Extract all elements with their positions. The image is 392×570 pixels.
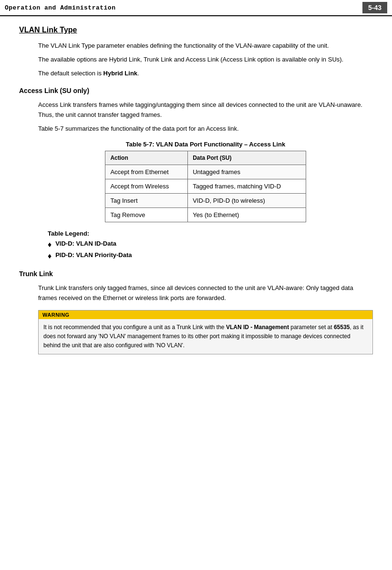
warning-body: It is not recommended that you configure… xyxy=(39,319,372,354)
access-para1: Access Link transfers frames while taggi… xyxy=(38,100,373,120)
vlan-link-type-section: VLAN Link Type The VLAN Link Type parame… xyxy=(19,26,373,78)
table-cell-action: Accept from Ethernet xyxy=(105,165,188,179)
table-row: Accept from EthernetUntagged frames xyxy=(105,165,306,179)
col-header-action: Action xyxy=(105,151,188,165)
access-para2: Table 5-7 summarizes the functionality o… xyxy=(38,124,373,134)
legend-item: ♦ PID-D: VLAN Priority-Data xyxy=(48,251,373,260)
table-row: Accept from WirelessTagged frames, match… xyxy=(105,179,306,193)
warning-text-mid: parameter set at xyxy=(289,324,334,331)
legend-item-text: PID-D: VLAN Priority-Data xyxy=(55,251,132,259)
warning-header: WARNING xyxy=(39,311,372,319)
table-cell-action: Tag Remove xyxy=(105,207,188,222)
vlan-link-type-body: The VLAN Link Type parameter enables def… xyxy=(38,41,373,78)
legend-bullet: ♦ xyxy=(48,251,52,260)
legend-item: ♦ VID-D: VLAN ID-Data xyxy=(48,240,373,249)
trunk-link-title: Trunk Link xyxy=(19,270,373,278)
vlan-link-type-title: VLAN Link Type xyxy=(19,26,373,34)
table-cell-dataport: Yes (to Ethernet) xyxy=(188,207,306,222)
legend-bullet: ♦ xyxy=(48,240,52,249)
header-title: Operation and Administration xyxy=(5,4,115,11)
access-link-title: Access Link (SU only) xyxy=(19,87,373,94)
table-cell-action: Tag Insert xyxy=(105,193,188,207)
legend-section: Table Legend: ♦ VID-D: VLAN ID-Data ♦ PI… xyxy=(48,230,373,260)
trunk-link-section: Trunk Link Trunk Link transfers only tag… xyxy=(19,270,373,354)
warning-bold2: 65535 xyxy=(334,324,350,331)
access-link-body: Access Link transfers frames while taggi… xyxy=(38,100,373,222)
vlan-para1: The VLAN Link Type parameter enables def… xyxy=(38,41,373,51)
trunk-para1: Trunk Link transfers only tagged frames,… xyxy=(38,283,373,303)
table-row: Tag InsertVID-D, PID-D (to wireless) xyxy=(105,193,306,207)
page-number: 5-43 xyxy=(362,2,387,13)
table-cell-dataport: VID-D, PID-D (to wireless) xyxy=(188,193,306,207)
vlan-para3: The default selection is Hybrid Link. xyxy=(38,69,373,79)
warning-box: WARNING It is not recommended that you c… xyxy=(38,310,373,355)
table-caption: Table 5-7: VLAN Data Port Functionality … xyxy=(38,141,373,148)
table-cell-dataport: Tagged frames, matching VID-D xyxy=(188,179,306,193)
vlan-para2: The available options are Hybrid Link, T… xyxy=(38,55,373,65)
trunk-link-body: Trunk Link transfers only tagged frames,… xyxy=(38,283,373,354)
table-cell-action: Accept from Wireless xyxy=(105,179,188,193)
main-content: VLAN Link Type The VLAN Link Type parame… xyxy=(0,16,392,364)
warning-bold1: VLAN ID - Management xyxy=(226,324,289,331)
vlan-data-table: Action Data Port (SU) Accept from Ethern… xyxy=(105,151,306,222)
warning-text-start: It is not recommended that you configure… xyxy=(43,324,226,331)
legend-item-text: VID-D: VLAN ID-Data xyxy=(55,240,116,247)
col-header-dataport: Data Port (SU) xyxy=(188,151,306,165)
legend-title: Table Legend: xyxy=(48,230,373,237)
legend-items: ♦ VID-D: VLAN ID-Data ♦ PID-D: VLAN Prio… xyxy=(48,240,373,260)
table-header-row: Action Data Port (SU) xyxy=(105,151,306,165)
access-link-section: Access Link (SU only) Access Link transf… xyxy=(19,87,373,260)
table-cell-dataport: Untagged frames xyxy=(188,165,306,179)
page-header: Operation and Administration 5-43 xyxy=(0,0,392,16)
table-row: Tag RemoveYes (to Ethernet) xyxy=(105,207,306,222)
